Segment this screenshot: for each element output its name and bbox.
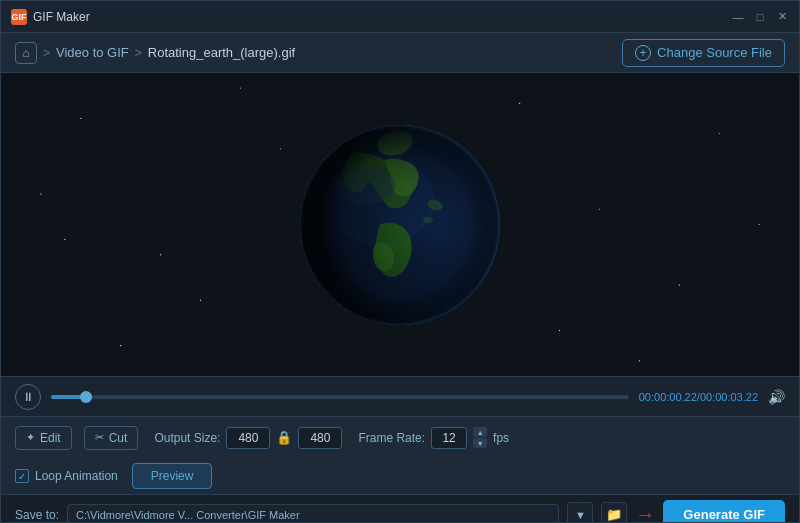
- close-button[interactable]: ✕: [775, 10, 789, 24]
- frame-rate-spinner: ▲ ▼: [473, 427, 487, 448]
- title-bar: GIF GIF Maker — □ ✕: [1, 1, 799, 33]
- frame-rate-label: Frame Rate:: [358, 431, 425, 445]
- volume-icon[interactable]: 🔊: [768, 389, 785, 405]
- title-bar-left: GIF GIF Maker: [11, 9, 90, 25]
- app-title: GIF Maker: [33, 10, 90, 24]
- loop-animation-checkbox[interactable]: ✓ Loop Animation: [15, 469, 118, 483]
- home-button[interactable]: ⌂: [15, 42, 37, 64]
- time-display: 00:00:00.22/00:00:03.22: [639, 391, 758, 403]
- frame-rate-input[interactable]: [431, 427, 467, 449]
- frame-rate-up[interactable]: ▲: [473, 427, 487, 437]
- app-icon: GIF: [11, 9, 27, 25]
- controls-bar: ⏸ 00:00:00.22/00:00:03.22 🔊: [1, 376, 799, 416]
- window-controls: — □ ✕: [731, 10, 789, 24]
- progress-bar[interactable]: [51, 395, 629, 399]
- breadcrumb-filename: Rotating_earth_(large).gif: [148, 45, 295, 60]
- red-arrow-icon: →: [635, 503, 655, 523]
- frame-rate-section: Frame Rate: ▲ ▼ fps: [358, 427, 509, 449]
- edit-button[interactable]: ✦ Edit: [15, 426, 72, 450]
- play-pause-button[interactable]: ⏸: [15, 384, 41, 410]
- edit-label: Edit: [40, 431, 61, 445]
- output-size-section: Output Size: 🔒: [154, 427, 342, 449]
- height-input[interactable]: [298, 427, 342, 449]
- breadcrumb-sep-2: >: [135, 46, 142, 60]
- preview-button[interactable]: Preview: [132, 463, 213, 489]
- cut-label: Cut: [109, 431, 128, 445]
- frame-rate-down[interactable]: ▼: [473, 438, 487, 448]
- checkmark-icon: ✓: [18, 471, 26, 482]
- folder-icon: 📁: [606, 507, 622, 522]
- svg-point-11: [300, 125, 500, 325]
- plus-circle-icon: +: [635, 45, 651, 61]
- nav-bar: ⌂ > Video to GIF > Rotating_earth_(large…: [1, 33, 799, 73]
- earth-preview: [290, 115, 510, 335]
- video-area: [1, 73, 799, 376]
- generate-gif-button[interactable]: Generate GIF: [663, 500, 785, 523]
- edit-icon: ✦: [26, 431, 35, 444]
- lock-icon[interactable]: 🔒: [276, 430, 292, 445]
- cut-button[interactable]: ✂ Cut: [84, 426, 139, 450]
- width-input[interactable]: [226, 427, 270, 449]
- folder-dropdown-button[interactable]: ▼: [567, 502, 593, 524]
- save-path-display: C:\Vidmore\Vidmore V... Converter\GIF Ma…: [67, 504, 559, 524]
- dropdown-arrow-icon: ▼: [575, 509, 586, 521]
- loop-label: Loop Animation: [35, 469, 118, 483]
- change-source-button[interactable]: + Change Source File: [622, 39, 785, 67]
- loop-row: ✓ Loop Animation Preview: [1, 458, 799, 494]
- output-size-label: Output Size:: [154, 431, 220, 445]
- checkbox-box: ✓: [15, 469, 29, 483]
- cut-icon: ✂: [95, 431, 104, 444]
- breadcrumb-sep-1: >: [43, 46, 50, 60]
- edit-bar: ✦ Edit ✂ Cut Output Size: 🔒 Frame Rate: …: [1, 416, 799, 458]
- minimize-button[interactable]: —: [731, 10, 745, 24]
- breadcrumb: ⌂ > Video to GIF > Rotating_earth_(large…: [15, 42, 295, 64]
- pause-icon: ⏸: [22, 390, 34, 404]
- save-label: Save to:: [15, 508, 59, 522]
- maximize-button[interactable]: □: [753, 10, 767, 24]
- progress-thumb[interactable]: [80, 391, 92, 403]
- breadcrumb-video-to-gif[interactable]: Video to GIF: [56, 45, 129, 60]
- fps-label: fps: [493, 431, 509, 445]
- open-folder-button[interactable]: 📁: [601, 502, 627, 524]
- change-source-label: Change Source File: [657, 45, 772, 60]
- save-bar: Save to: C:\Vidmore\Vidmore V... Convert…: [1, 494, 799, 523]
